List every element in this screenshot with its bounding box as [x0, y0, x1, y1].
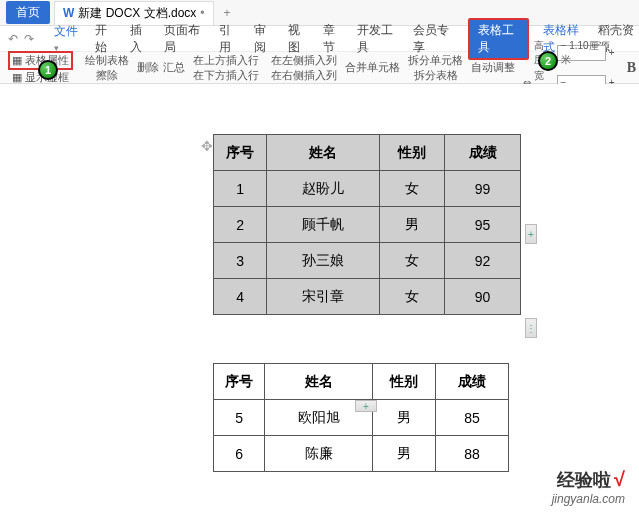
- add-col-handle-icon[interactable]: +: [525, 224, 537, 244]
- main-table-2[interactable]: 序号 姓名 性别 成绩 5欧阳旭男85 6陈廉男88: [213, 363, 509, 472]
- menu-insert[interactable]: 插入: [130, 22, 151, 56]
- auto-fit-button[interactable]: 自动调整: [471, 60, 515, 75]
- insert-col-right-button[interactable]: 在右侧插入列: [271, 68, 337, 83]
- callout-badge-2: 2: [538, 51, 558, 71]
- table-row: 4宋引章女90: [214, 279, 521, 315]
- insert-col-left-button[interactable]: 在左侧插入列: [271, 53, 337, 68]
- table-row: 序号 姓名 性别 成绩: [214, 135, 521, 171]
- th-num[interactable]: 序号: [214, 135, 267, 171]
- resize-handle-icon[interactable]: ⋮: [525, 318, 537, 338]
- menu-review[interactable]: 审阅: [254, 22, 275, 56]
- table-row: 1赵盼儿女99: [214, 171, 521, 207]
- th-score[interactable]: 成绩: [445, 135, 521, 171]
- undo-button[interactable]: ↶: [8, 32, 18, 46]
- table-prop-icon: ▦: [12, 54, 22, 67]
- th-num[interactable]: 序号: [214, 364, 265, 400]
- watermark-url: jingyanla.com: [552, 492, 625, 506]
- watermark-brand: 经验啦: [557, 470, 611, 490]
- split-cell-button[interactable]: 拆分单元格: [408, 53, 463, 68]
- bold-button[interactable]: B: [627, 60, 636, 76]
- document-tab-label: 新建 DOCX 文档.docx: [78, 5, 196, 22]
- height-stepper[interactable]: +: [609, 47, 615, 58]
- insert-row-below-button[interactable]: 在下方插入行: [193, 68, 259, 83]
- table-row: 序号 姓名 性别 成绩: [214, 364, 509, 400]
- menu-layout[interactable]: 页面布局: [164, 22, 205, 56]
- format-group: B I U - A - A: [623, 59, 639, 76]
- merge-cells-button[interactable]: 合并单元格: [345, 60, 400, 75]
- table-row: 3孙三娘女92: [214, 243, 521, 279]
- table-row: 6陈廉男88: [214, 436, 509, 472]
- insert-row-above-button[interactable]: 在上方插入行: [193, 53, 259, 68]
- erase-button[interactable]: 擦除: [96, 68, 118, 83]
- draw-erase-group: 绘制表格 擦除: [81, 53, 133, 83]
- redo-button[interactable]: ↷: [24, 32, 34, 46]
- menu-dev[interactable]: 开发工具: [357, 22, 398, 56]
- add-row-handle-icon[interactable]: +: [355, 400, 377, 412]
- watermark-check-icon: √: [614, 468, 625, 490]
- menu-start[interactable]: 开始: [95, 22, 116, 56]
- split-table-button[interactable]: 拆分表格: [414, 68, 458, 83]
- callout-badge-1: 1: [38, 60, 58, 80]
- home-tab[interactable]: 首页: [6, 1, 50, 24]
- dash-icon: ▦: [12, 71, 22, 84]
- tab-menu-icon[interactable]: •: [200, 6, 204, 20]
- delete-button[interactable]: 删除: [137, 60, 159, 75]
- draw-table-button[interactable]: 绘制表格: [85, 53, 129, 68]
- menu-ref[interactable]: 引用: [219, 22, 240, 56]
- docx-icon: W: [63, 6, 74, 20]
- add-tab-button[interactable]: +: [214, 6, 241, 20]
- summary-button[interactable]: 汇总: [163, 60, 185, 75]
- th-name[interactable]: 姓名: [265, 364, 373, 400]
- menu-view[interactable]: 视图: [288, 22, 309, 56]
- menu-table-tool[interactable]: 表格工具: [468, 18, 529, 60]
- height-input[interactable]: − 1.10厘米: [557, 45, 606, 61]
- table-row: 2顾千帆男95: [214, 207, 521, 243]
- file-menu[interactable]: 文件: [54, 23, 81, 54]
- th-gender[interactable]: 性别: [379, 135, 444, 171]
- document-canvas: ✥ 序号 姓名 性别 成绩 1赵盼儿女99 2顾千帆男95 3孙三娘女92 4宋…: [0, 84, 639, 516]
- history-controls: ↶ ↷: [8, 32, 34, 46]
- th-score[interactable]: 成绩: [436, 364, 509, 400]
- main-table-1[interactable]: 序号 姓名 性别 成绩 1赵盼儿女99 2顾千帆男95 3孙三娘女92 4宋引章…: [213, 134, 521, 315]
- menu-section[interactable]: 章节: [323, 22, 344, 56]
- watermark: 经验啦 √ jingyanla.com: [552, 468, 625, 506]
- th-name[interactable]: 姓名: [267, 135, 380, 171]
- table-move-handle-icon[interactable]: ✥: [201, 138, 213, 154]
- th-gender[interactable]: 性别: [373, 364, 436, 400]
- menu-member[interactable]: 会员专享: [413, 22, 454, 56]
